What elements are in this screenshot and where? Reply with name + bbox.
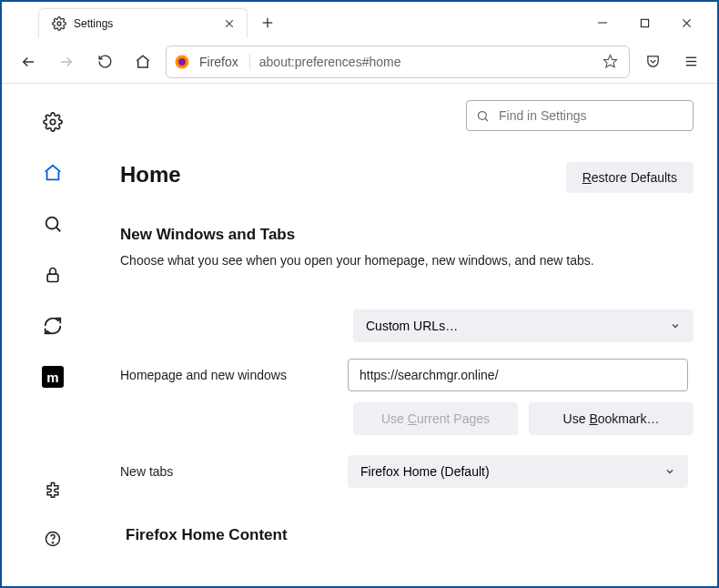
- section-new-windows-tabs: New Windows and Tabs: [120, 226, 694, 244]
- svg-point-13: [178, 58, 186, 66]
- find-input[interactable]: [499, 108, 684, 123]
- svg-line-25: [485, 118, 488, 121]
- svg-line-20: [56, 228, 61, 232]
- gear-icon: [52, 16, 66, 31]
- reload-button[interactable]: [89, 46, 120, 77]
- sidebar-item-mozilla[interactable]: m: [40, 364, 66, 390]
- homepage-label: Homepage and new windows: [120, 368, 339, 382]
- svg-point-24: [479, 111, 487, 119]
- tab-label: Settings: [74, 17, 214, 30]
- close-window-button[interactable]: [666, 9, 706, 36]
- back-button[interactable]: [13, 46, 44, 77]
- settings-sidebar: m: [2, 84, 104, 586]
- mozilla-icon: m: [42, 366, 64, 388]
- firefox-icon: [174, 54, 190, 70]
- minimize-button[interactable]: [582, 9, 623, 36]
- search-icon: [476, 109, 490, 123]
- newtabs-label: New tabs: [120, 464, 339, 479]
- toolbar: Firefox about:preferences#home: [2, 40, 717, 84]
- chevron-down-icon: [670, 320, 681, 331]
- url-text: about:preferences#home: [259, 55, 589, 69]
- sidebar-item-home[interactable]: [40, 160, 66, 186]
- sidebar-item-extensions[interactable]: [40, 477, 66, 502]
- sidebar-item-general[interactable]: [40, 109, 66, 135]
- svg-marker-14: [603, 55, 616, 66]
- section-firefox-home-content: Firefox Home Content: [126, 526, 694, 544]
- use-bookmark-button[interactable]: Use Bookmark…: [529, 402, 694, 435]
- chevron-down-icon: [664, 466, 675, 477]
- svg-rect-6: [641, 19, 648, 26]
- new-tab-button[interactable]: [255, 10, 280, 35]
- dropdown-label: Firefox Home (Default): [360, 464, 490, 479]
- page-title: Home: [120, 162, 181, 188]
- sidebar-item-privacy[interactable]: [40, 262, 66, 288]
- tab-settings[interactable]: Settings: [38, 8, 248, 38]
- bookmark-star-icon[interactable]: [598, 50, 622, 74]
- pocket-icon[interactable]: [637, 46, 668, 77]
- maximize-button[interactable]: [624, 9, 664, 36]
- svg-point-0: [57, 22, 61, 25]
- find-in-settings[interactable]: [466, 100, 694, 131]
- sidebar-item-search[interactable]: [40, 211, 66, 237]
- sidebar-item-help[interactable]: [40, 526, 66, 552]
- restore-defaults-button[interactable]: Restore Defaults: [566, 162, 694, 193]
- svg-point-19: [46, 218, 58, 229]
- identity-label: Firefox: [199, 55, 250, 69]
- tab-strip: Settings: [2, 2, 717, 40]
- newtabs-dropdown[interactable]: Firefox Home (Default): [348, 455, 688, 488]
- content: m Home Restore Defaults New Windows and …: [2, 84, 717, 586]
- svg-rect-21: [47, 274, 58, 281]
- homepage-url-input[interactable]: [348, 359, 688, 391]
- section-desc: Choose what you see when you open your h…: [120, 251, 694, 269]
- close-icon[interactable]: [221, 15, 238, 32]
- main-panel: Home Restore Defaults New Windows and Ta…: [104, 84, 717, 586]
- app-menu-button[interactable]: [675, 46, 706, 77]
- svg-point-18: [50, 119, 56, 125]
- homepage-mode-dropdown[interactable]: Custom URLs…: [353, 309, 694, 342]
- dropdown-label: Custom URLs…: [366, 319, 458, 333]
- home-button[interactable]: [127, 46, 158, 77]
- forward-button[interactable]: [51, 46, 82, 77]
- use-current-pages-button[interactable]: Use Current Pages: [353, 402, 518, 435]
- sidebar-item-sync[interactable]: [40, 313, 66, 339]
- address-bar[interactable]: Firefox about:preferences#home: [166, 46, 630, 78]
- window-controls: [582, 9, 710, 36]
- svg-point-23: [53, 542, 54, 543]
